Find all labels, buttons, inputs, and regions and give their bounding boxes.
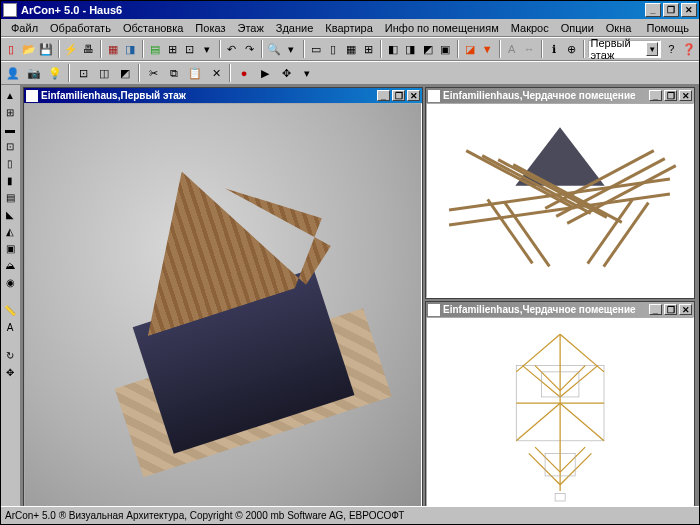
snap-button[interactable]: ⊡: [182, 39, 199, 59]
viewport-1-button[interactable]: ▭: [308, 39, 325, 59]
play-button[interactable]: ▶: [255, 63, 275, 83]
context-help-button[interactable]: ❓: [681, 39, 698, 59]
maximize-button[interactable]: ❐: [663, 3, 679, 17]
layers-button[interactable]: ▤: [147, 39, 164, 59]
select-tool[interactable]: ▲: [2, 87, 18, 103]
chimney-tool[interactable]: ▣: [2, 240, 18, 256]
mdi-area: Einfamilienhaus,Первый этаж _ ❐ ✕: [21, 85, 699, 506]
move-tool[interactable]: ✥: [2, 364, 18, 380]
shade-2-button[interactable]: ◨: [402, 39, 419, 59]
text-tool[interactable]: A: [2, 319, 18, 335]
view3d-button[interactable]: ◨: [122, 39, 139, 59]
copy-button[interactable]: ⧉: [164, 63, 184, 83]
viewport-br-canvas[interactable]: [426, 317, 694, 506]
undo-button[interactable]: ↶: [224, 39, 241, 59]
grid-button[interactable]: ⊞: [164, 39, 181, 59]
rotate-tool[interactable]: ↻: [2, 347, 18, 363]
svg-line-10: [560, 403, 604, 441]
open-button[interactable]: 📂: [21, 39, 38, 59]
minimize-button[interactable]: _: [645, 3, 661, 17]
record-button[interactable]: ●: [234, 63, 254, 83]
viewport-2-button[interactable]: ▯: [325, 39, 342, 59]
svg-line-14: [529, 453, 560, 484]
zoom-button[interactable]: 🔍: [266, 39, 283, 59]
flag-button[interactable]: ◪: [462, 39, 479, 59]
child-minimize-button[interactable]: _: [377, 90, 390, 101]
pan-button[interactable]: ✥: [276, 63, 296, 83]
viewport-3-button[interactable]: ▦: [343, 39, 360, 59]
shade-4-button[interactable]: ▣: [437, 39, 454, 59]
info-button[interactable]: ℹ: [546, 39, 563, 59]
toolbar-secondary: 👤 📷 💡 ⊡ ◫ ◩ ✂ ⧉ 📋 ✕ ● ▶ ✥ ▾: [1, 61, 699, 85]
print-button[interactable]: 🖶: [80, 39, 97, 59]
shade-3-button[interactable]: ◩: [420, 39, 437, 59]
wireframe-button[interactable]: ⊡: [73, 63, 93, 83]
menubar: Файл Обработать Обстановка Показ Этаж Зд…: [1, 19, 699, 37]
floor-selector[interactable]: Первый этаж ▼: [588, 40, 662, 58]
shaded-button[interactable]: ◩: [115, 63, 135, 83]
child-close-button[interactable]: ✕: [407, 90, 420, 101]
menu-building[interactable]: Здание: [270, 21, 320, 35]
menu-windows[interactable]: Окна: [600, 21, 638, 35]
close-button[interactable]: ✕: [681, 3, 697, 17]
menu-options[interactable]: Опции: [555, 21, 600, 35]
flag2-button[interactable]: ▼: [479, 39, 496, 59]
menu-edit[interactable]: Обработать: [44, 21, 117, 35]
object-tool[interactable]: ◉: [2, 274, 18, 290]
svg-line-12: [535, 447, 560, 472]
help-button[interactable]: ?: [663, 39, 680, 59]
window-tool[interactable]: ⊡: [2, 138, 18, 154]
cut-button[interactable]: ✂: [143, 63, 163, 83]
dim-button[interactable]: ↔: [521, 39, 538, 59]
walk-button[interactable]: 👤: [3, 63, 23, 83]
roof-tool[interactable]: ◣: [2, 206, 18, 222]
viewport-main-titlebar[interactable]: Einfamilienhaus,Первый этаж _ ❐ ✕: [24, 88, 422, 103]
paste-button[interactable]: 📋: [185, 63, 205, 83]
hidden-button[interactable]: ◫: [94, 63, 114, 83]
menu-show[interactable]: Показ: [189, 21, 231, 35]
save-button[interactable]: 💾: [38, 39, 55, 59]
stairs-tool[interactable]: ▤: [2, 189, 18, 205]
child-minimize-button[interactable]: _: [649, 304, 662, 315]
column-tool[interactable]: ▮: [2, 172, 18, 188]
viewport-tr-titlebar[interactable]: Einfamilienhaus,Чердачное помещение _ ❐ …: [426, 88, 694, 103]
terrain-tool[interactable]: ⛰: [2, 257, 18, 273]
viewport-main-canvas[interactable]: [24, 103, 422, 506]
door-tool[interactable]: ▯: [2, 155, 18, 171]
light-button[interactable]: 💡: [45, 63, 65, 83]
measure-tool[interactable]: 📏: [2, 302, 18, 318]
view2d-button[interactable]: ▦: [105, 39, 122, 59]
zoom-dropdown-icon[interactable]: ▾: [283, 39, 300, 59]
child-close-button[interactable]: ✕: [679, 90, 692, 101]
menu-floor[interactable]: Этаж: [231, 21, 269, 35]
nav-dropdown-icon[interactable]: ▾: [297, 63, 317, 83]
title-text: ArCon+ 5.0 - Haus6: [21, 4, 122, 16]
new-button[interactable]: ▯: [3, 39, 20, 59]
dormer-tool[interactable]: ◭: [2, 223, 18, 239]
menu-roominfo[interactable]: Инфо по помещениям: [379, 21, 505, 35]
redo-button[interactable]: ↷: [241, 39, 258, 59]
shade-1-button[interactable]: ◧: [385, 39, 402, 59]
child-maximize-button[interactable]: ❐: [664, 304, 677, 315]
viewport-4-button[interactable]: ⊞: [360, 39, 377, 59]
child-close-button[interactable]: ✕: [679, 304, 692, 315]
menu-help[interactable]: Помощь: [641, 21, 696, 35]
dropdown-arrow-icon[interactable]: ▾: [199, 39, 216, 59]
lightning-button[interactable]: ⚡: [63, 39, 80, 59]
delete-button[interactable]: ✕: [206, 63, 226, 83]
menu-file[interactable]: Файл: [5, 21, 44, 35]
menu-situation[interactable]: Обстановка: [117, 21, 189, 35]
text-button[interactable]: A: [504, 39, 521, 59]
misc-button[interactable]: ⊕: [563, 39, 580, 59]
viewport-br-titlebar[interactable]: Einfamilienhaus,Чердачное помещение _ ❐ …: [426, 302, 694, 317]
grid-tool[interactable]: ⊞: [2, 104, 18, 120]
wall-tool[interactable]: ▬: [2, 121, 18, 137]
svg-line-15: [560, 453, 591, 484]
menu-apartment[interactable]: Квартира: [319, 21, 379, 35]
child-maximize-button[interactable]: ❐: [392, 90, 405, 101]
child-minimize-button[interactable]: _: [649, 90, 662, 101]
menu-macros[interactable]: Макрос: [505, 21, 555, 35]
viewport-tr-canvas[interactable]: [426, 103, 694, 298]
child-maximize-button[interactable]: ❐: [664, 90, 677, 101]
camera-button[interactable]: 📷: [24, 63, 44, 83]
